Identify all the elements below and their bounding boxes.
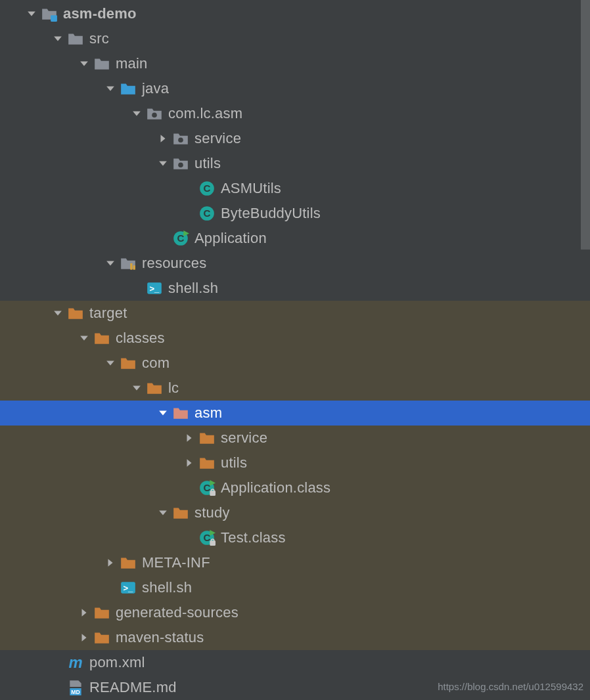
folder-gray-icon (67, 30, 84, 47)
scrollbar-thumb[interactable] (581, 0, 590, 250)
tree-row[interactable]: utils (0, 450, 590, 475)
folder-orange-icon (198, 429, 216, 447)
chevron-down-icon[interactable] (51, 32, 64, 45)
tree-row[interactable]: >_shell.sh (0, 276, 590, 301)
tree-row[interactable]: CByteBuddyUtils (0, 201, 590, 226)
shell-icon: >_ (120, 579, 137, 596)
tree-row[interactable]: maven-status (0, 625, 590, 650)
class-icon: C (198, 180, 216, 197)
tree-item-label: ByteBuddyUtils (221, 205, 321, 222)
svg-rect-16 (210, 491, 216, 496)
tree-row[interactable]: asm (0, 401, 590, 426)
tree-item-label: META-INF (142, 554, 210, 571)
tree-item-label: ASMUtils (221, 180, 281, 197)
tree-row[interactable]: java (0, 76, 590, 101)
chevron-down-icon[interactable] (104, 257, 117, 270)
tree-item-label: com (142, 355, 170, 372)
tree-row[interactable]: CApplication.class (0, 475, 590, 500)
tree-row[interactable]: CApplication (0, 226, 590, 251)
svg-point-2 (178, 137, 183, 142)
chevron-right-icon[interactable] (78, 631, 91, 644)
folder-orange-icon (93, 629, 110, 646)
tree-item-label: lc (168, 380, 179, 397)
chevron-down-icon[interactable] (104, 82, 117, 95)
markdown-icon: MD (67, 679, 84, 696)
tree-row[interactable]: META-INF (0, 550, 590, 575)
tree-item-label: asm (194, 405, 222, 422)
tree-item-label: com.lc.asm (168, 105, 242, 122)
chevron-down-icon[interactable] (78, 332, 91, 345)
tree-item-label: main (116, 55, 148, 72)
svg-point-1 (152, 112, 157, 118)
folder-resources-icon (120, 255, 137, 272)
chevron-down-icon[interactable] (130, 107, 143, 120)
svg-text:C: C (204, 482, 211, 493)
tree-row[interactable]: target (0, 301, 590, 326)
class-run-lock-icon: C (198, 479, 216, 496)
chevron-down-icon[interactable] (78, 57, 91, 70)
chevron-down-icon[interactable] (104, 357, 117, 370)
svg-text:>_: >_ (123, 583, 133, 593)
package-icon (172, 130, 189, 147)
tree-row[interactable]: generated-sources (0, 600, 590, 625)
chevron-down-icon[interactable] (51, 307, 64, 320)
chevron-right-icon[interactable] (183, 456, 196, 470)
tree-row[interactable]: study (0, 500, 590, 525)
folder-gray-icon (93, 55, 110, 72)
tree-item-label: asm-demo (63, 5, 137, 22)
tree-row[interactable]: CASMUtils (0, 176, 590, 201)
tree-row[interactable]: service (0, 126, 590, 151)
tree-row[interactable]: src (0, 26, 590, 51)
chevron-down-icon[interactable] (156, 506, 170, 519)
tree-item-label: maven-status (116, 629, 204, 646)
shell-icon: >_ (146, 280, 163, 297)
svg-text:MD: MD (71, 689, 79, 695)
tree-row[interactable]: asm-demo (0, 1, 590, 26)
tree-row[interactable]: main (0, 51, 590, 76)
chevron-right-icon[interactable] (104, 556, 117, 569)
tree-item-label: resources (142, 255, 206, 272)
class-run-icon: C (172, 230, 189, 247)
svg-text:>_: >_ (149, 284, 160, 294)
tree-item-label: utils (221, 454, 247, 471)
class-icon: C (198, 205, 216, 222)
chevron-down-icon[interactable] (156, 157, 170, 170)
tree-item-label: generated-sources (116, 604, 238, 621)
tree-row[interactable]: com (0, 351, 590, 376)
folder-orange-icon (93, 330, 110, 347)
folder-orange-icon (120, 554, 137, 571)
tree-row[interactable]: service (0, 426, 590, 450)
tree-item-label: README.md (89, 679, 177, 696)
chevron-down-icon[interactable] (130, 382, 143, 395)
folder-orange-icon (172, 504, 189, 521)
tree-item-label: utils (194, 155, 221, 172)
folder-orange-sel-icon (172, 405, 189, 422)
tree-row[interactable]: >_shell.sh (0, 575, 590, 600)
project-tree: asm-demosrcmainjavacom.lc.asmserviceutil… (0, 0, 590, 700)
svg-text:m: m (68, 654, 82, 671)
chevron-right-icon[interactable] (78, 606, 91, 619)
chevron-down-icon[interactable] (25, 7, 38, 20)
module-icon (41, 5, 58, 22)
tree-row[interactable]: CTest.class (0, 525, 590, 550)
package-icon (172, 155, 189, 172)
tree-row[interactable]: mpom.xml (0, 650, 590, 675)
tree-item-label: Application.class (221, 479, 330, 496)
folder-orange-icon (120, 355, 137, 372)
folder-orange-icon (198, 454, 216, 471)
svg-text:C: C (204, 208, 211, 219)
tree-item-label: java (142, 80, 169, 97)
tree-row[interactable]: classes (0, 326, 590, 351)
tree-row[interactable]: lc (0, 376, 590, 401)
maven-icon: m (67, 654, 84, 671)
tree-row[interactable]: utils (0, 151, 590, 176)
chevron-right-icon[interactable] (183, 431, 196, 445)
chevron-right-icon[interactable] (156, 132, 170, 145)
tree-item-label: shell.sh (142, 579, 192, 596)
tree-item-label: src (89, 30, 109, 47)
tree-row[interactable]: com.lc.asm (0, 101, 590, 126)
tree-row[interactable]: resources (0, 251, 590, 276)
svg-text:C: C (177, 232, 185, 244)
chevron-down-icon[interactable] (156, 406, 170, 420)
svg-rect-11 (133, 265, 135, 270)
